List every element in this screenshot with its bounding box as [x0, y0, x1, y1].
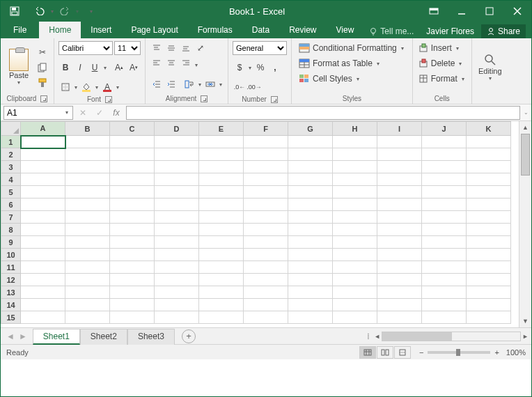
- number-format-select[interactable]: General: [233, 41, 287, 55]
- cell[interactable]: [333, 236, 377, 249]
- orientation-dropdown[interactable]: ▾: [194, 58, 199, 72]
- cell[interactable]: [288, 311, 333, 324]
- insert-cells-button[interactable]: Insert▾: [417, 41, 467, 55]
- select-all-corner[interactable]: [1, 122, 21, 136]
- cell[interactable]: [467, 173, 511, 186]
- cell[interactable]: [467, 249, 511, 261]
- cell[interactable]: [333, 286, 377, 299]
- cell[interactable]: [377, 148, 422, 161]
- borders-icon[interactable]: [58, 80, 72, 94]
- cell[interactable]: [155, 136, 199, 148]
- cell[interactable]: [21, 286, 65, 299]
- cell[interactable]: [65, 311, 110, 324]
- minimize-icon[interactable]: [448, 1, 476, 22]
- cell[interactable]: [288, 136, 333, 148]
- cell[interactable]: [422, 274, 467, 286]
- cell[interactable]: [467, 136, 511, 148]
- cell[interactable]: [110, 311, 155, 324]
- cell[interactable]: [422, 299, 467, 311]
- row-header[interactable]: 12: [1, 274, 21, 286]
- accounting-dropdown[interactable]: ▾: [247, 61, 253, 75]
- save-icon[interactable]: [6, 3, 23, 20]
- redo-dropdown-icon[interactable]: ▾: [75, 3, 80, 20]
- cell[interactable]: [467, 198, 511, 211]
- cell[interactable]: [288, 161, 333, 173]
- cell[interactable]: [155, 236, 199, 249]
- cell[interactable]: [155, 249, 199, 261]
- fill-color-dropdown[interactable]: ▾: [94, 80, 100, 94]
- cell[interactable]: [199, 311, 244, 324]
- cell[interactable]: [21, 299, 65, 311]
- ribbon-display-icon[interactable]: [420, 1, 448, 22]
- cell[interactable]: [467, 224, 511, 236]
- cell[interactable]: [110, 249, 155, 261]
- tab-data[interactable]: Data: [242, 22, 279, 38]
- cell[interactable]: [333, 299, 377, 311]
- cell[interactable]: [199, 224, 244, 236]
- cell[interactable]: [199, 286, 244, 299]
- cell[interactable]: [467, 148, 511, 161]
- cell[interactable]: [377, 136, 422, 148]
- cell[interactable]: [65, 286, 110, 299]
- wrap-dropdown[interactable]: ▾: [197, 77, 203, 91]
- cell[interactable]: [110, 161, 155, 173]
- cell[interactable]: [110, 286, 155, 299]
- cell[interactable]: [21, 249, 65, 261]
- percent-icon[interactable]: %: [253, 61, 267, 75]
- merge-dropdown[interactable]: ▾: [218, 77, 224, 91]
- formula-expand-icon[interactable]: ⌄: [523, 109, 529, 116]
- row-header[interactable]: 7: [1, 211, 21, 224]
- cell[interactable]: [377, 236, 422, 249]
- tab-review[interactable]: Review: [279, 22, 326, 38]
- increase-decimal-icon[interactable]: .0←: [233, 80, 247, 94]
- cell[interactable]: [377, 299, 422, 311]
- close-icon[interactable]: [503, 1, 531, 22]
- cell[interactable]: [377, 224, 422, 236]
- zoom-slider-thumb[interactable]: [456, 349, 460, 356]
- cell[interactable]: [199, 249, 244, 261]
- cell[interactable]: [199, 148, 244, 161]
- number-launcher[interactable]: [271, 96, 278, 103]
- row-header[interactable]: 10: [1, 249, 21, 261]
- undo-dropdown-icon[interactable]: ▾: [49, 3, 55, 20]
- row-header[interactable]: 15: [1, 311, 21, 324]
- bold-button[interactable]: B: [58, 61, 72, 75]
- cell[interactable]: [288, 173, 333, 186]
- cell[interactable]: [65, 261, 110, 274]
- tab-home[interactable]: Home: [39, 22, 81, 38]
- cell[interactable]: [377, 186, 422, 198]
- cell[interactable]: [244, 173, 288, 186]
- cell[interactable]: [377, 261, 422, 274]
- cell[interactable]: [21, 274, 65, 286]
- cell[interactable]: [333, 224, 377, 236]
- cell[interactable]: [377, 249, 422, 261]
- cell[interactable]: [110, 186, 155, 198]
- cell[interactable]: [377, 211, 422, 224]
- tell-me-search[interactable]: Tell me...: [363, 26, 419, 36]
- alignment-launcher[interactable]: [201, 95, 208, 102]
- cell[interactable]: [244, 249, 288, 261]
- cell[interactable]: [422, 286, 467, 299]
- cell[interactable]: [21, 211, 65, 224]
- cell[interactable]: [422, 186, 467, 198]
- cell[interactable]: [65, 198, 110, 211]
- page-layout-view-icon[interactable]: [377, 346, 393, 359]
- conditional-formatting-button[interactable]: Conditional Formatting▾: [296, 41, 408, 55]
- zoom-in-icon[interactable]: +: [494, 348, 499, 357]
- cell[interactable]: [65, 148, 110, 161]
- cell[interactable]: [199, 261, 244, 274]
- grid-table[interactable]: ABCDEFGHIJK123456789101112131415: [1, 121, 511, 324]
- cell[interactable]: [21, 148, 65, 161]
- cell[interactable]: [333, 198, 377, 211]
- cell[interactable]: [288, 286, 333, 299]
- cell[interactable]: [110, 211, 155, 224]
- cell[interactable]: [199, 198, 244, 211]
- name-box-dropdown-icon[interactable]: ▾: [64, 109, 70, 116]
- cell[interactable]: [288, 249, 333, 261]
- cell[interactable]: [199, 173, 244, 186]
- decrease-indent-icon[interactable]: [150, 77, 164, 91]
- zoom-percent[interactable]: 100%: [506, 348, 526, 357]
- cell[interactable]: [65, 249, 110, 261]
- cell[interactable]: [377, 286, 422, 299]
- maximize-icon[interactable]: [476, 1, 503, 22]
